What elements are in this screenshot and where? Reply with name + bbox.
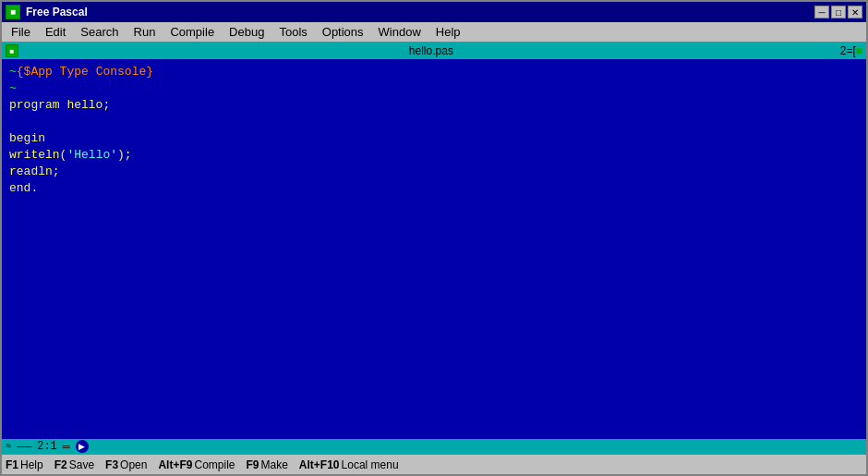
label-open: Open — [120, 458, 147, 471]
keyword-begin: begin — [9, 131, 45, 145]
code-writeln: writeln( — [9, 148, 66, 162]
key-altf9[interactable]: Alt+F9 — [158, 458, 192, 471]
editor-bottom-bar: ≈ ── 2:1 ═ ▶ — [2, 439, 866, 454]
directive-text: {$App Type Console} — [17, 65, 153, 79]
cursor-position: 2:1 — [37, 440, 57, 453]
editor-title-line: hello.pas 2=[■ — [22, 44, 862, 57]
code-line-17 — [9, 329, 859, 346]
code-line-13 — [9, 262, 859, 279]
tilde-1: ~ — [9, 65, 17, 79]
code-line-2: ~ — [9, 79, 859, 96]
code-line-7: readln; — [9, 163, 859, 179]
status-altf10: Alt+F10 Local menu — [299, 458, 410, 471]
status-f2: F2 Save — [54, 458, 105, 471]
status-f1: F1 Help — [6, 458, 54, 471]
keyword-program: program hello; — [9, 98, 110, 112]
code-line-20 — [9, 379, 859, 396]
scroll-indicator: ≈ ── 2:1 ═ ▶ — [6, 440, 89, 453]
key-f9[interactable]: F9 — [246, 458, 259, 471]
main-window: ■ Free Pascal ─ □ ✕ File Edit Search Run… — [0, 0, 868, 476]
code-readln: readln; — [9, 165, 60, 178]
label-save: Save — [69, 458, 94, 471]
key-f3[interactable]: F3 — [105, 458, 118, 471]
maximize-button[interactable]: □ — [831, 6, 846, 18]
code-area[interactable]: ~{$App Type Console} ~ program hello; be… — [2, 59, 866, 439]
label-make: Make — [261, 458, 288, 471]
code-line-12 — [9, 246, 859, 262]
code-line-18 — [9, 346, 859, 362]
window-title: Free Pascal — [26, 6, 88, 18]
status-altf9: Alt+F9 Compile — [158, 458, 246, 471]
scroll-right-indicator: ▶ — [76, 440, 89, 453]
close-button[interactable]: ✕ — [848, 6, 862, 18]
title-bar-left: ■ Free Pascal — [6, 5, 88, 19]
separator-line-2: ═ — [63, 441, 70, 452]
key-f2[interactable]: F2 — [54, 458, 67, 471]
window-controls: ─ □ ✕ — [814, 6, 862, 18]
status-bar: F1 Help F2 Save F3 Open Alt+F9 Compile F… — [2, 454, 866, 474]
editor-area: ■ hello.pas 2=[■ ~{$App Type Console} ~ … — [2, 43, 866, 454]
scroll-left-marker: ≈ — [6, 441, 12, 452]
title-bar: ■ Free Pascal ─ □ ✕ — [2, 2, 866, 22]
code-writeln-end: ); — [117, 148, 132, 162]
menu-run[interactable]: Run — [127, 23, 163, 41]
code-line-9 — [9, 196, 859, 213]
minimize-button[interactable]: ─ — [814, 6, 829, 18]
label-local-menu: Local menu — [342, 458, 399, 471]
menu-bar: File Edit Search Run Compile Debug Tools… — [2, 22, 866, 43]
editor-title-bar: ■ hello.pas 2=[■ — [2, 43, 866, 59]
menu-search[interactable]: Search — [73, 23, 126, 41]
keyword-end: end. — [9, 181, 38, 195]
code-line-19 — [9, 362, 859, 379]
tilde-2: ~ — [9, 81, 17, 95]
editor-corner: 2=[■ — [840, 44, 862, 57]
code-line-16 — [9, 312, 859, 329]
status-f3: F3 Open — [105, 458, 158, 471]
app-icon: ■ — [6, 5, 20, 19]
string-hello: 'Hello' — [66, 148, 117, 162]
code-line-15 — [9, 296, 859, 312]
code-line-11 — [9, 229, 859, 246]
separator-line: ── — [18, 441, 32, 452]
menu-window[interactable]: Window — [371, 23, 428, 41]
menu-edit[interactable]: Edit — [38, 23, 73, 41]
label-compile: Compile — [194, 458, 235, 471]
editor-filename: hello.pas — [22, 44, 840, 57]
menu-compile[interactable]: Compile — [163, 23, 222, 41]
code-line-4 — [9, 113, 859, 129]
code-line-3: program hello; — [9, 96, 859, 113]
code-line-1: ~{$App Type Console} — [9, 63, 859, 79]
menu-options[interactable]: Options — [315, 23, 371, 41]
menu-help[interactable]: Help — [428, 23, 468, 41]
code-line-8: end. — [9, 179, 859, 196]
label-help: Help — [20, 458, 43, 471]
code-line-14 — [9, 279, 859, 296]
menu-file[interactable]: File — [4, 23, 38, 41]
menu-tools[interactable]: Tools — [271, 23, 314, 41]
code-line-6: writeln('Hello'); — [9, 146, 859, 163]
editor-tab-close[interactable]: ■ — [6, 44, 18, 57]
menu-debug[interactable]: Debug — [222, 23, 271, 41]
status-f9: F9 Make — [246, 458, 298, 471]
code-line-10 — [9, 213, 859, 229]
key-altf10[interactable]: Alt+F10 — [299, 458, 340, 471]
code-line-5: begin — [9, 129, 859, 146]
key-f1[interactable]: F1 — [6, 458, 18, 471]
